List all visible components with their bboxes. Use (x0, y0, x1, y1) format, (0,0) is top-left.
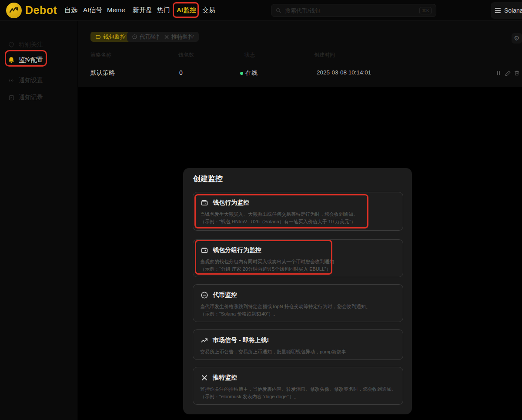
col-header-name: 策略名称 (90, 51, 111, 59)
tab-twitter-monitor[interactable]: 推特监控 (159, 32, 199, 42)
nav-item-trade[interactable]: 交易 (202, 6, 215, 14)
tab-wallet-monitor[interactable]: 钱包监控 (90, 32, 130, 42)
debot-logo-icon[interactable] (6, 3, 22, 18)
search-shortcut-hint: ⌘K (419, 7, 432, 14)
card-title: 钱包行为监控 (213, 199, 249, 207)
x-icon (164, 34, 169, 40)
coin-icon (132, 34, 137, 40)
card-desc-line2: （示例：“分组 庄家 20分钟内超过5个钱包同时买入 EBULL”） (200, 265, 396, 273)
card-desc-line1: 当观察的钱包分组内有同时买入或卖出某一个币时您会收到通知 (200, 258, 396, 265)
x-icon (200, 373, 208, 382)
sidebar-item-monitor-config[interactable]: 监控配置 (0, 54, 77, 67)
tab-label: 推特监控 (171, 33, 194, 41)
card-title: 推特监控 (213, 374, 237, 382)
col-header-status: 状态 (244, 51, 255, 59)
edit-icon[interactable] (505, 70, 511, 76)
create-monitor-modal: 创建监控 钱包行为监控 当钱包发生大额买入、大额抛出或任何交易等特定行为时，您会… (183, 168, 412, 414)
search-icon (276, 8, 281, 13)
chain-selector[interactable]: Solana (491, 2, 522, 19)
sidebar-item-notification-log[interactable]: 通知记录 (0, 91, 77, 104)
bell-icon (7, 56, 15, 64)
monitor-panel (78, 21, 522, 87)
wallet-icon (95, 34, 101, 40)
bull-icon (9, 5, 19, 16)
global-search[interactable]: ⌘K (271, 4, 436, 17)
online-status-dot (240, 72, 243, 75)
created-time: 2025-03-08 10:14:01 (317, 69, 371, 76)
wallet-count: 0 (179, 69, 183, 76)
gear-icon[interactable]: ⚙ (512, 33, 522, 44)
card-twitter-monitor[interactable]: 推特监控 监控你关注的推特博主，当他发表内容、转发消息、修改头像、修改签名时，您… (193, 367, 403, 405)
chain-selector-label: Solana (504, 7, 522, 14)
status-badge: 在线 (245, 69, 258, 77)
card-token-monitor[interactable]: 代币监控 当代币发生价格涨跌到特定金额或TopN 持仓变动等特定行为时，您会收到… (193, 284, 403, 322)
card-desc-line1: 监控你关注的推特博主，当他发表内容、转发消息、修改头像、修改签名时，您会收到通知… (200, 386, 396, 393)
sidebar-item-label: 监控配置 (19, 56, 43, 64)
card-title: 代币监控 (213, 291, 237, 299)
solana-icon (495, 8, 501, 13)
card-title: 市场信号 - 即将上线! (213, 336, 269, 344)
card-desc-line2: （示例：“钱包 HNfmV...U2h（Solana）有一笔买入价值大于 10 … (200, 218, 396, 225)
nav-item-ai-signal[interactable]: AI信号 (83, 6, 102, 14)
brand-title: Debot (25, 4, 57, 17)
sidebar-item-label: 通知记录 (19, 94, 43, 101)
card-desc-line1: 当钱包发生大额买入、大额抛出或任何交易等特定行为时，您会收到通知。 (200, 211, 396, 218)
modal-title: 创建监控 (193, 174, 223, 184)
nav-item-watchlist[interactable]: 自选 (64, 6, 77, 14)
sidebar-item-notification-settings[interactable]: 通知设置 (0, 74, 77, 87)
card-desc-line2: （示例：“elonmusk 发表内容 'doge doge'”）。 (200, 393, 396, 400)
coin-icon (200, 291, 208, 299)
top-navigation-bar: Debot 自选 AI信号 Meme 新开盘 热门 AI监控 交易 ⌘K Sol… (0, 0, 522, 21)
log-icon (7, 94, 15, 101)
search-input[interactable] (285, 7, 416, 14)
nav-item-ai-monitor[interactable]: AI监控 (177, 6, 196, 14)
col-header-created: 创建时间 (314, 51, 335, 59)
card-desc-line1: 当代币发生价格涨跌到特定金额或TopN 持仓变动等特定行为时，您会收到通知。 (200, 303, 396, 310)
nav-item-trending[interactable]: 热门 (157, 6, 170, 14)
col-header-count: 钱包数 (178, 51, 194, 59)
sidebar-item-label: 通知设置 (19, 77, 43, 84)
nav-item-new-pairs[interactable]: 新开盘 (133, 6, 152, 14)
tab-label: 钱包监控 (103, 33, 126, 41)
sidebar: 特别关注 监控配置 通知设置 通知记录 (0, 21, 77, 420)
card-title: 钱包分组行为监控 (213, 246, 261, 254)
broadcast-icon (7, 77, 15, 84)
sidebar-item-favorites[interactable]: 特别关注 (0, 38, 77, 51)
card-desc-line2: （示例：“Solana 价格跌到$140”）。 (200, 310, 396, 318)
trend-up-icon (200, 336, 208, 344)
heart-icon (7, 41, 15, 49)
card-desc-line1: 交易所上币公告，交易所上币通知，批量聪明钱包异动，pump新叙事 (200, 348, 396, 356)
wallet-group-icon (200, 246, 208, 254)
card-wallet-behavior-monitor[interactable]: 钱包行为监控 当钱包发生大额买入、大额抛出或任何交易等特定行为时，您会收到通知。… (193, 192, 403, 231)
nav-item-meme[interactable]: Meme (107, 6, 125, 13)
sidebar-item-label: 特别关注 (19, 41, 43, 49)
wallet-icon (200, 198, 208, 207)
delete-icon[interactable] (514, 70, 520, 76)
strategy-name: 默认策略 (90, 69, 115, 77)
pause-icon[interactable] (495, 70, 502, 76)
card-wallet-group-monitor[interactable]: 钱包分组行为监控 当观察的钱包分组内有同时买入或卖出某一个币时您会收到通知 （示… (193, 239, 403, 277)
card-market-signal[interactable]: 市场信号 - 即将上线! 交易所上币公告，交易所上币通知，批量聪明钱包异动，pu… (193, 329, 403, 360)
